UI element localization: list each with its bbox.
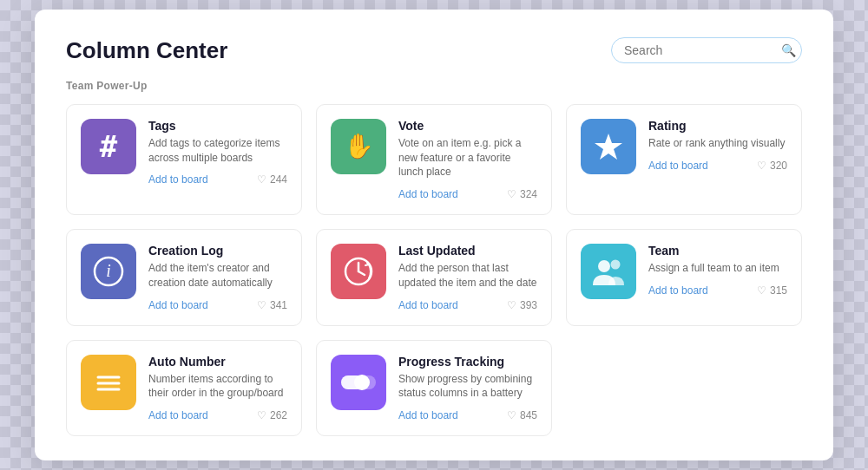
search-input[interactable] <box>624 43 776 57</box>
modal-header: Column Center 🔍 <box>66 37 802 64</box>
progress-icon <box>331 355 386 410</box>
likes-count-progress-tracking: 845 <box>520 409 537 421</box>
card-desc-progress-tracking: Show progress by combining status column… <box>398 372 537 401</box>
card-desc-auto-number: Number items according to their order in… <box>148 372 287 401</box>
add-to-board-last-updated[interactable]: Add to board <box>398 299 458 311</box>
card-desc-vote: Vote on an item e.g. pick a new feature … <box>398 136 537 180</box>
card-footer-vote: Add to board ♡ 324 <box>398 188 537 200</box>
star-icon <box>581 119 636 174</box>
card-desc-creation-log: Add the item's creator and creation date… <box>148 261 287 290</box>
card-body-auto-number: Auto Number Number items according to th… <box>148 355 287 422</box>
card-desc-last-updated: Add the person that last updated the ite… <box>398 261 537 290</box>
card-name-auto-number: Auto Number <box>148 355 287 369</box>
add-to-board-rating[interactable]: Add to board <box>648 160 708 172</box>
list-icon <box>81 355 136 410</box>
likes-creation-log: ♡ 341 <box>257 299 287 311</box>
card-footer-team: Add to board ♡ 315 <box>648 284 787 297</box>
card-desc-tags: Add tags to categorize items across mult… <box>148 136 287 166</box>
heart-icon-progress-tracking: ♡ <box>507 409 516 421</box>
card-name-tags: Tags <box>148 119 287 133</box>
clock-icon <box>331 244 386 299</box>
card-body-last-updated: Last Updated Add the person that last up… <box>398 244 537 311</box>
search-box[interactable]: 🔍 <box>611 37 802 63</box>
card-body-tags: Tags Add tags to categorize items across… <box>148 119 287 186</box>
hash-icon: # <box>81 119 136 174</box>
likes-last-updated: ♡ 393 <box>507 299 537 311</box>
likes-team: ♡ 315 <box>757 284 787 297</box>
card-footer-auto-number: Add to board ♡ 262 <box>148 409 287 421</box>
heart-icon-rating: ♡ <box>757 160 766 172</box>
likes-count-vote: 324 <box>520 188 537 200</box>
card-rating: Rating Rate or rank anything visually Ad… <box>566 104 802 215</box>
add-to-board-creation-log[interactable]: Add to board <box>148 299 208 311</box>
card-team: Team Assign a full team to an item Add t… <box>566 229 802 326</box>
svg-point-6 <box>598 260 610 272</box>
heart-icon-last-updated: ♡ <box>507 299 516 311</box>
svg-line-5 <box>358 271 365 275</box>
add-to-board-team[interactable]: Add to board <box>648 284 708 297</box>
likes-vote: ♡ 324 <box>507 188 537 200</box>
likes-count-tags: 244 <box>270 173 287 186</box>
card-desc-rating: Rate or rank anything visually <box>648 136 787 151</box>
heart-icon-tags: ♡ <box>257 173 266 186</box>
add-to-board-tags[interactable]: Add to board <box>148 173 208 186</box>
section-label: Team Power-Up <box>66 80 802 92</box>
likes-progress-tracking: ♡ 845 <box>507 409 537 421</box>
card-footer-rating: Add to board ♡ 320 <box>648 160 787 172</box>
svg-marker-0 <box>595 134 622 160</box>
team-icon <box>581 244 636 299</box>
card-footer-last-updated: Add to board ♡ 393 <box>398 299 537 311</box>
card-tags: # Tags Add tags to categorize items acro… <box>66 104 302 215</box>
hand-icon: ✋ <box>331 119 386 174</box>
card-name-creation-log: Creation Log <box>148 244 287 258</box>
card-vote: ✋ Vote Vote on an item e.g. pick a new f… <box>316 104 552 215</box>
cards-grid: # Tags Add tags to categorize items acro… <box>66 104 802 437</box>
card-name-progress-tracking: Progress Tracking <box>398 355 537 369</box>
card-name-last-updated: Last Updated <box>398 244 537 258</box>
column-center-modal: Column Center 🔍 Team Power-Up # Tags Add… <box>35 10 833 461</box>
add-to-board-auto-number[interactable]: Add to board <box>148 409 208 421</box>
card-body-rating: Rating Rate or rank anything visually Ad… <box>648 119 787 172</box>
likes-count-auto-number: 262 <box>270 409 287 421</box>
svg-point-13 <box>354 375 370 390</box>
heart-icon-creation-log: ♡ <box>257 299 266 311</box>
card-footer-tags: Add to board ♡ 244 <box>148 173 287 186</box>
heart-icon-team: ♡ <box>757 284 766 297</box>
likes-rating: ♡ 320 <box>757 160 787 172</box>
likes-count-team: 315 <box>770 284 787 297</box>
add-to-board-progress-tracking[interactable]: Add to board <box>398 409 458 421</box>
likes-count-last-updated: 393 <box>520 299 537 311</box>
card-body-creation-log: Creation Log Add the item's creator and … <box>148 244 287 311</box>
card-footer-creation-log: Add to board ♡ 341 <box>148 299 287 311</box>
heart-icon-vote: ♡ <box>507 188 516 200</box>
likes-auto-number: ♡ 262 <box>257 409 287 421</box>
likes-tags: ♡ 244 <box>257 173 287 186</box>
svg-point-7 <box>611 260 621 270</box>
search-icon: 🔍 <box>781 43 796 57</box>
card-body-progress-tracking: Progress Tracking Show progress by combi… <box>398 355 537 422</box>
card-footer-progress-tracking: Add to board ♡ 845 <box>398 409 537 421</box>
card-body-vote: Vote Vote on an item e.g. pick a new fea… <box>398 119 537 200</box>
card-body-team: Team Assign a full team to an item Add t… <box>648 244 787 297</box>
card-progress-tracking: Progress Tracking Show progress by combi… <box>316 340 552 437</box>
heart-icon-auto-number: ♡ <box>257 409 266 421</box>
card-name-vote: Vote <box>398 119 537 133</box>
svg-text:i: i <box>106 261 111 280</box>
likes-count-rating: 320 <box>770 160 787 172</box>
add-to-board-vote[interactable]: Add to board <box>398 188 458 200</box>
card-desc-team: Assign a full team to an item <box>648 261 787 276</box>
info-icon: i <box>81 244 136 299</box>
card-creation-log: i Creation Log Add the item's creator an… <box>66 229 302 326</box>
card-last-updated: Last Updated Add the person that last up… <box>316 229 552 326</box>
card-name-team: Team <box>648 244 787 258</box>
modal-title: Column Center <box>66 37 227 64</box>
likes-count-creation-log: 341 <box>270 299 287 311</box>
card-auto-number: Auto Number Number items according to th… <box>66 340 302 437</box>
card-name-rating: Rating <box>648 119 787 133</box>
